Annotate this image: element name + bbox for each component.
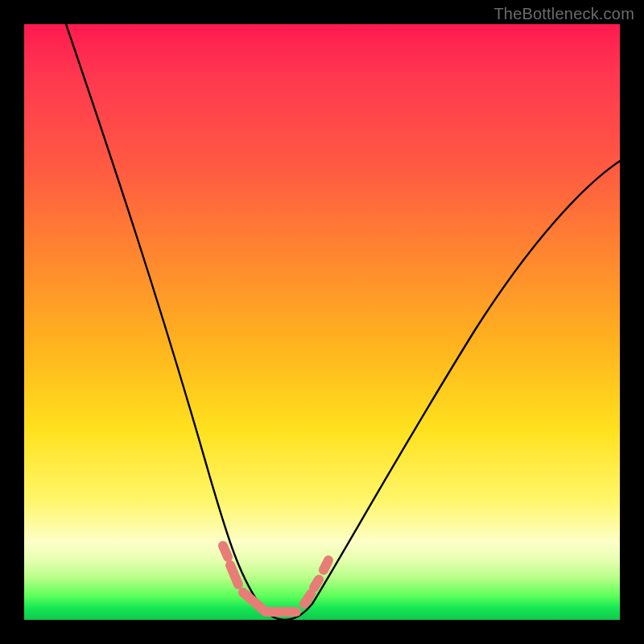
watermark-text: TheBottleneck.com <box>493 5 634 23</box>
svg-line-0 <box>223 546 228 557</box>
svg-line-1 <box>230 565 238 584</box>
chart-frame: TheBottleneck.com <box>0 0 644 644</box>
bottleneck-curve <box>66 24 620 620</box>
curve-layer <box>24 24 620 620</box>
svg-line-6 <box>324 560 328 570</box>
svg-line-5 <box>314 580 319 588</box>
svg-line-4 <box>304 594 311 604</box>
plot-area <box>24 24 620 620</box>
